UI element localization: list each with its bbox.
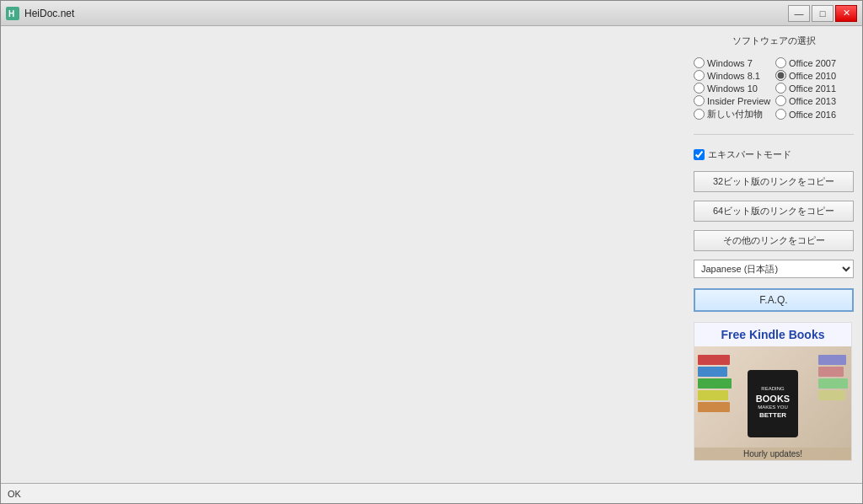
main-content-area [1,26,685,483]
book-stack-right [818,355,848,414]
main-window: H HeiDoc.net — □ ✕ ソフトウェアの選択 Windows 7 [0,0,863,504]
book5 [698,402,730,412]
radio-office2013-input[interactable] [775,95,786,106]
radio-insider-preview[interactable]: Insider Preview [694,95,772,106]
radio-office2011[interactable]: Office 2011 [775,83,854,94]
sidebar: ソフトウェアの選択 Windows 7 Office 2007 Windows … [685,26,862,483]
radio-office2013[interactable]: Office 2013 [775,95,854,106]
radio-office2016-label: Office 2016 [789,110,836,120]
radio-office2007-label: Office 2007 [789,58,836,68]
title-bar-left: H HeiDoc.net [6,7,74,20]
ad-box[interactable]: Free Kindle Books READING BOOKS MAK [694,322,852,461]
radio-new-addon-input[interactable] [694,109,705,120]
app-icon: H [6,7,19,20]
radio-insider-preview-label: Insider Preview [707,96,770,106]
book8 [818,378,848,389]
radio-windows10-input[interactable] [694,83,705,94]
radio-windows81-label: Windows 8.1 [707,71,760,81]
copy-other-button[interactable]: その他のリンクをコピー [694,230,854,251]
radio-office2011-input[interactable] [775,83,786,94]
ad-updates-text: Hourly updates! [694,448,851,460]
ad-title: Free Kindle Books [694,323,851,346]
ad-device-books: BOOKS [756,393,790,405]
book4 [698,390,728,400]
book7 [818,367,844,377]
book3 [698,378,732,389]
copy-64bit-button[interactable]: 64ビット版のリンクをコピー [694,201,854,222]
book-stack-left [698,355,732,414]
ad-device: READING BOOKS MAKES YOU BETTER [748,370,798,437]
expert-mode-label[interactable]: エキスパートモード [694,148,854,161]
radio-windows10[interactable]: Windows 10 [694,83,772,94]
expert-mode-checkbox[interactable] [694,149,705,160]
window-title: HeiDoc.net [24,8,74,19]
radio-office2011-label: Office 2011 [789,83,836,94]
close-button[interactable]: ✕ [835,5,857,22]
expert-mode-text: エキスパートモード [708,148,791,161]
book2 [698,367,727,377]
book9 [818,390,845,400]
radio-windows7[interactable]: Windows 7 [694,57,772,68]
status-bar: OK [1,483,862,503]
radio-office2010-label: Office 2010 [789,71,836,81]
copy-32bit-button[interactable]: 32ビット版のリンクをコピー [694,171,854,192]
radio-office2016[interactable]: Office 2016 [775,108,854,121]
svg-text:H: H [8,9,14,19]
divider1 [694,134,854,135]
maximize-button[interactable]: □ [812,5,834,22]
window-body: ソフトウェアの選択 Windows 7 Office 2007 Windows … [1,26,862,483]
title-bar: H HeiDoc.net — □ ✕ [1,1,862,26]
radio-office2007[interactable]: Office 2007 [775,57,854,68]
radio-office2016-input[interactable] [775,109,786,120]
radio-new-addon[interactable]: 新しい付加物 [694,108,772,121]
ad-content-area: READING BOOKS MAKES YOU BETTER Hourly up… [694,346,851,460]
radio-office2010[interactable]: Office 2010 [775,70,854,81]
software-selection-label: ソフトウェアの選択 [694,35,854,47]
book6 [818,355,846,365]
radio-windows7-label: Windows 7 [707,58,753,68]
radio-new-addon-label: 新しい付加物 [707,108,763,121]
ad-device-reading: READING [761,386,784,393]
radio-office2013-label: Office 2013 [789,96,836,106]
minimize-button[interactable]: — [788,5,810,22]
book1 [698,355,730,365]
radio-windows81[interactable]: Windows 8.1 [694,70,772,81]
status-text: OK [8,489,21,499]
radio-windows10-label: Windows 10 [707,83,758,94]
radio-insider-preview-input[interactable] [694,95,705,106]
faq-button[interactable]: F.A.Q. [694,288,854,312]
ad-device-better: BETTER [759,411,786,420]
language-select[interactable]: Japanese (日本語) English Chinese [694,260,854,278]
title-bar-buttons: — □ ✕ [788,5,857,22]
ad-device-makes-you: MAKES YOU [758,405,788,411]
radio-office2010-input[interactable] [775,70,786,81]
radio-windows7-input[interactable] [694,57,705,68]
radio-office2007-input[interactable] [775,57,786,68]
radio-windows81-input[interactable] [694,70,705,81]
software-radio-group: Windows 7 Office 2007 Windows 8.1 Office… [694,57,854,121]
